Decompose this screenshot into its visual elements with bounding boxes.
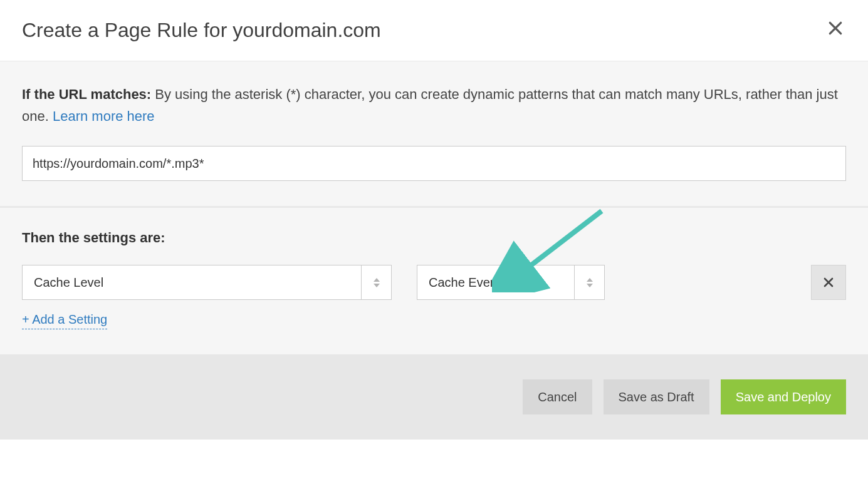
url-help-text: If the URL matches: By using the asteris… bbox=[22, 83, 846, 127]
chevron-up-icon bbox=[587, 278, 593, 282]
close-icon bbox=[823, 277, 834, 288]
close-icon[interactable] bbox=[825, 19, 846, 41]
url-help-strong: If the URL matches: bbox=[22, 86, 151, 102]
setting-value-label: Cache Everything bbox=[417, 265, 574, 299]
cancel-button[interactable]: Cancel bbox=[523, 379, 592, 414]
setting-value-select[interactable]: Cache Everything bbox=[417, 265, 605, 300]
settings-section: Then the settings are: Cache Level Cache… bbox=[0, 207, 868, 354]
learn-more-link[interactable]: Learn more here bbox=[53, 108, 155, 124]
chevron-up-icon bbox=[374, 278, 380, 282]
settings-heading: Then the settings are: bbox=[22, 230, 846, 246]
url-pattern-input[interactable] bbox=[22, 146, 846, 181]
url-match-section: If the URL matches: By using the asteris… bbox=[0, 61, 868, 207]
chevron-down-icon bbox=[587, 284, 593, 287]
save-draft-button[interactable]: Save as Draft bbox=[604, 379, 709, 414]
remove-setting-button[interactable] bbox=[811, 265, 846, 300]
setting-row: Cache Level Cache Everything bbox=[22, 265, 846, 300]
setting-key-select[interactable]: Cache Level bbox=[22, 265, 392, 300]
setting-key-label: Cache Level bbox=[23, 265, 361, 299]
modal-header: Create a Page Rule for yourdomain.com bbox=[0, 0, 868, 61]
page-rule-modal: Create a Page Rule for yourdomain.com If… bbox=[0, 0, 868, 440]
save-deploy-button[interactable]: Save and Deploy bbox=[721, 379, 846, 414]
modal-footer: Cancel Save as Draft Save and Deploy bbox=[0, 354, 868, 440]
modal-title: Create a Page Rule for yourdomain.com bbox=[22, 19, 381, 42]
stepper-icon[interactable] bbox=[574, 265, 604, 299]
add-setting-link[interactable]: + Add a Setting bbox=[22, 312, 107, 329]
stepper-icon[interactable] bbox=[361, 265, 391, 299]
chevron-down-icon bbox=[374, 284, 380, 287]
